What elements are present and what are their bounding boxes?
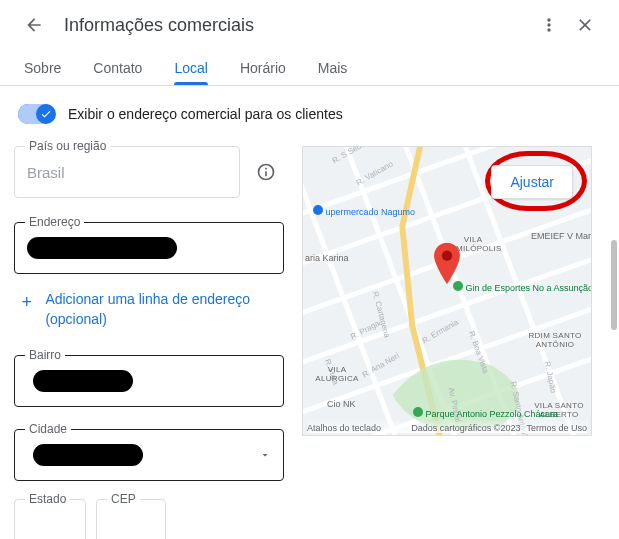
info-icon <box>256 162 276 182</box>
plus-icon: + <box>18 290 35 315</box>
map[interactable]: R. S SedanR. VaticanoR. CartagenaR. Prag… <box>302 146 592 436</box>
chevron-down-icon <box>259 449 271 461</box>
more-vert-icon <box>539 15 559 35</box>
arrow-back-icon <box>24 15 44 35</box>
address-label: Endereço <box>25 215 84 229</box>
country-label: País ou região <box>25 139 110 153</box>
state-field[interactable]: Estado <box>14 499 86 539</box>
district-label: Bairro <box>25 348 65 362</box>
city-label: Cidade <box>25 422 71 436</box>
map-poi: Cio NK <box>327 399 356 409</box>
tab-horario[interactable]: Horário <box>224 50 302 85</box>
close-button[interactable] <box>567 7 603 43</box>
country-info-button[interactable] <box>248 154 284 190</box>
map-poi: RDIM SANTO ANTÔNIO <box>525 331 585 349</box>
map-credits: Atalhos do teclado Dados cartográficos ©… <box>307 419 587 433</box>
district-value-redacted <box>33 370 133 392</box>
back-button[interactable] <box>16 7 52 43</box>
add-address-line-button[interactable]: + Adicionar uma linha de endereço (opcio… <box>14 282 284 337</box>
more-button[interactable] <box>531 7 567 43</box>
check-icon <box>40 108 52 120</box>
tab-sobre[interactable]: Sobre <box>8 50 77 85</box>
cep-field[interactable]: CEP <box>96 499 166 539</box>
page-title: Informações comerciais <box>64 15 531 36</box>
country-value: Brasil <box>27 164 65 181</box>
map-terms-link[interactable]: Termos de Uso <box>526 423 587 433</box>
cep-label: CEP <box>107 492 140 506</box>
show-address-label: Exibir o endereço comercial para os clie… <box>68 106 343 122</box>
city-field[interactable]: Cidade <box>14 429 284 481</box>
tab-mais[interactable]: Mais <box>302 50 364 85</box>
state-label: Estado <box>25 492 70 506</box>
map-poi: Gin de Esportes No a Assunção <box>453 281 592 293</box>
country-field[interactable]: País ou região Brasil <box>14 146 240 198</box>
map-shortcuts-link[interactable]: Atalhos do teclado <box>307 423 381 433</box>
tab-local[interactable]: Local <box>158 50 223 85</box>
map-data-credit: Dados cartográficos ©2023 <box>411 423 520 433</box>
map-poi: Parque Antonio Pezzolo Chácara <box>413 407 558 419</box>
map-poi: EMEIEF V Manoel de C <box>531 231 592 241</box>
add-address-line-label: Adicionar uma linha de endereço (opciona… <box>45 290 280 329</box>
adjust-map-button[interactable]: Ajustar <box>491 165 573 199</box>
tabs: Sobre Contato Local Horário Mais <box>0 50 619 86</box>
map-pin-icon <box>430 243 464 290</box>
tab-contato[interactable]: Contato <box>77 50 158 85</box>
close-icon <box>575 15 595 35</box>
svg-point-1 <box>442 251 452 261</box>
district-field[interactable]: Bairro <box>14 355 284 407</box>
city-value-redacted <box>33 444 143 466</box>
map-poi: upermercado Nagumo <box>313 205 415 217</box>
map-poi: aria Karina <box>305 253 349 263</box>
map-poi: VILA ALURGICA <box>307 365 367 383</box>
address-value-redacted <box>27 237 177 259</box>
address-field[interactable]: Endereço <box>14 222 284 274</box>
scrollbar[interactable] <box>611 90 617 520</box>
city-dropdown-icon <box>259 449 271 461</box>
show-address-toggle[interactable] <box>18 104 54 124</box>
